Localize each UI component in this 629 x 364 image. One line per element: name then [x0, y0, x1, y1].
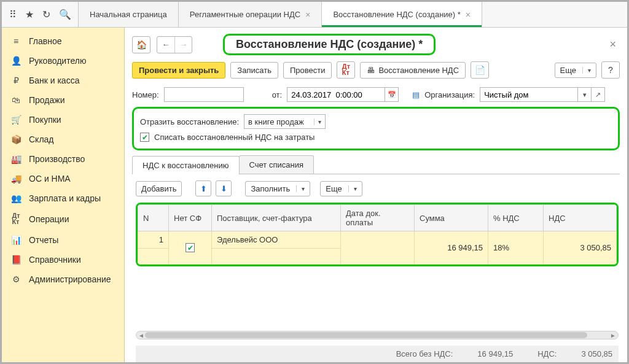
- reflect-label: Отразить восстановление:: [140, 117, 239, 126]
- vat-grid: N Нет СФ Поставщик, счет-фактура Дата до…: [136, 203, 619, 266]
- sidebar-item-sales[interactable]: 🛍Продажи: [2, 90, 124, 110]
- tab-home[interactable]: Начальная страница: [78, 2, 179, 27]
- tab-vat-restore[interactable]: Восстановление НДС (создание) *×: [321, 2, 482, 27]
- date-input[interactable]: [287, 87, 385, 102]
- dtkt-icon: ДтКт: [10, 213, 21, 225]
- truck-icon: 🚚: [10, 174, 21, 184]
- sidebar-item-main[interactable]: ≡Главное: [2, 31, 124, 51]
- scroll-thumb[interactable]: [145, 332, 587, 338]
- sidebar: ≡Главное 👤Руководителю ₽Банк и касса 🛍Пр…: [2, 28, 125, 362]
- chevron-down-icon: ▾: [582, 67, 591, 74]
- org-open-button[interactable]: ↗: [592, 87, 605, 102]
- tab-vat-ops[interactable]: Регламентные операции НДС×: [178, 2, 322, 27]
- ruble-icon: ₽: [10, 76, 21, 85]
- post-and-close-button[interactable]: Провести и закрыть: [132, 62, 225, 79]
- col-n[interactable]: N: [138, 205, 169, 231]
- total-sum: 16 949,15: [477, 349, 513, 358]
- apps-grid-icon[interactable]: ⠿: [9, 9, 17, 20]
- writeoff-label: Списать восстановленный НДС на затраты: [154, 133, 314, 142]
- people-icon: 👥: [10, 193, 21, 203]
- sidebar-item-warehouse[interactable]: 📦Склад: [2, 130, 124, 149]
- cell-n-sub[interactable]: [138, 249, 169, 265]
- scroll-left-icon[interactable]: ◄: [138, 331, 145, 339]
- dtkt-button[interactable]: ДтКт: [337, 61, 355, 79]
- cell-pay-date[interactable]: [341, 231, 415, 265]
- col-vat-pct[interactable]: % НДС: [488, 205, 544, 231]
- close-page-button[interactable]: ×: [606, 38, 620, 51]
- reflect-select[interactable]: в книге продаж ▾: [244, 114, 326, 129]
- printer-icon: 🖶: [367, 66, 375, 75]
- org-label: Организация:: [424, 90, 475, 99]
- history-icon[interactable]: ↻: [42, 9, 50, 20]
- col-supplier[interactable]: Поставщик, счет-фактура: [212, 205, 341, 231]
- page-title: Восстановление НДС (создание) *: [223, 34, 436, 55]
- sidebar-item-hr[interactable]: 👥Зарплата и кадры: [2, 188, 124, 208]
- org-input[interactable]: [480, 87, 578, 102]
- print-button[interactable]: 🖶Восстановление НДС: [360, 62, 466, 79]
- move-down-button[interactable]: ⬇: [216, 180, 232, 196]
- sidebar-item-manager[interactable]: 👤Руководителю: [2, 51, 124, 71]
- from-label: от:: [272, 90, 283, 99]
- nav-back-forward: ← →: [157, 36, 192, 53]
- calendar-button[interactable]: 📅: [385, 87, 399, 102]
- cell-no-sf[interactable]: ✔: [169, 231, 212, 265]
- sidebar-item-purchases[interactable]: 🛒Покупки: [2, 110, 124, 130]
- back-button[interactable]: ←: [157, 37, 174, 53]
- col-sum[interactable]: Сумма: [415, 205, 488, 231]
- grid-row[interactable]: 1 ✔ Эдельвейс ООО 16 949,15 18% 3 050,85: [138, 231, 617, 249]
- cell-n[interactable]: 1: [138, 231, 169, 249]
- factory-icon: 🏭: [10, 154, 21, 164]
- post-button[interactable]: Провести: [283, 62, 332, 79]
- cell-vat[interactable]: 3 050,85: [544, 231, 617, 265]
- col-no-sf[interactable]: Нет СФ: [169, 205, 212, 231]
- box-icon: 📦: [10, 134, 21, 144]
- cell-vat-pct[interactable]: 18%: [488, 231, 544, 265]
- cell-supplier[interactable]: Эдельвейс ООО: [212, 231, 341, 249]
- check-icon[interactable]: ✔: [186, 243, 195, 252]
- move-up-button[interactable]: ⬆: [195, 180, 211, 196]
- grid-toolbar: Добавить ⬆ ⬇ Заполнить▾ Еще▾: [125, 174, 627, 200]
- number-input[interactable]: [164, 87, 244, 102]
- cell-invoice[interactable]: [212, 249, 341, 265]
- cell-sum[interactable]: 16 949,15: [415, 231, 488, 265]
- system-icons: ⠿ ★ ↻ 🔍: [2, 2, 79, 27]
- attach-button[interactable]: 📄: [471, 61, 489, 79]
- journal-icon[interactable]: ▤: [412, 90, 420, 99]
- grid-more-button[interactable]: Еще▾: [320, 181, 362, 196]
- scroll-right-icon[interactable]: ►: [609, 331, 617, 339]
- sidebar-item-bank[interactable]: ₽Банк и касса: [2, 71, 124, 90]
- more-button[interactable]: Еще▾: [555, 63, 596, 78]
- search-icon[interactable]: 🔍: [59, 9, 71, 20]
- sidebar-item-admin[interactable]: ⚙Администрирование: [2, 269, 124, 289]
- book-icon: 📕: [10, 255, 21, 265]
- help-button[interactable]: ?: [601, 61, 620, 79]
- sidebar-item-catalogs[interactable]: 📕Справочники: [2, 250, 124, 269]
- horizontal-scrollbar[interactable]: ◄ ►: [136, 331, 619, 339]
- sidebar-item-operations[interactable]: ДтКтОперации: [2, 208, 124, 230]
- chevron-down-icon: ▾: [348, 185, 357, 192]
- col-pay-date[interactable]: Дата док. оплаты: [341, 205, 415, 231]
- detail-tabs: НДС к восстановлению Счет списания: [132, 155, 620, 174]
- sidebar-item-production[interactable]: 🏭Производство: [2, 149, 124, 169]
- tab-vat-to-restore[interactable]: НДС к восстановлению: [132, 156, 240, 174]
- sidebar-item-reports[interactable]: 📊Отчеты: [2, 230, 124, 250]
- forward-button[interactable]: →: [174, 37, 192, 53]
- tab-writeoff-account[interactable]: Счет списания: [239, 155, 314, 174]
- sidebar-item-assets[interactable]: 🚚ОС и НМА: [2, 169, 124, 188]
- close-icon[interactable]: ×: [466, 10, 471, 20]
- totals-bar: Всего без НДС: 16 949,15 НДС: 3 050,85: [136, 346, 619, 362]
- total-vat: 3 050,85: [581, 349, 612, 358]
- org-dropdown-button[interactable]: ▾: [578, 87, 592, 102]
- add-button[interactable]: Добавить: [136, 181, 182, 196]
- gear-icon: ⚙: [10, 274, 21, 284]
- writeoff-checkbox[interactable]: ✔: [140, 133, 149, 142]
- chevron-down-icon: ▾: [314, 118, 321, 125]
- form-toolbar: Провести и закрыть Записать Провести ДтК…: [125, 59, 627, 85]
- star-icon[interactable]: ★: [25, 9, 34, 20]
- close-icon[interactable]: ×: [305, 10, 310, 20]
- restore-settings-block: Отразить восстановление: в книге продаж …: [132, 107, 620, 150]
- home-button[interactable]: 🏠: [132, 36, 150, 53]
- col-vat[interactable]: НДС: [544, 205, 617, 231]
- write-button[interactable]: Записать: [230, 62, 278, 79]
- fill-button[interactable]: Заполнить▾: [245, 181, 310, 196]
